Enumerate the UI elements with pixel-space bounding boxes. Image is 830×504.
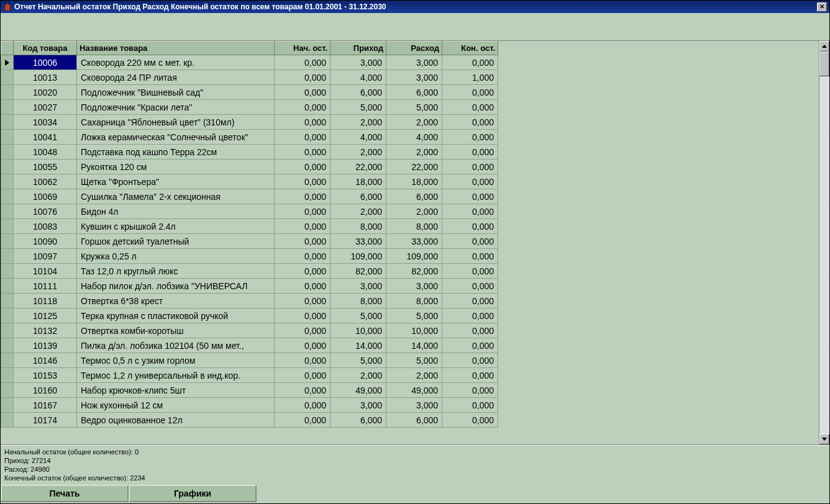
header-in[interactable]: Приход: [331, 42, 386, 55]
header-code[interactable]: Код товара: [14, 42, 77, 55]
cell-code[interactable]: 10062: [14, 174, 77, 189]
cell-end[interactable]: 0,000: [442, 398, 498, 413]
cell-end[interactable]: 0,000: [442, 85, 498, 100]
cell-code[interactable]: 10083: [14, 219, 77, 234]
cell-out[interactable]: 2,000: [386, 368, 442, 383]
cell-name[interactable]: Кружка 0,25 л: [77, 249, 275, 264]
cell-code[interactable]: 10139: [14, 338, 77, 353]
cell-out[interactable]: 18,000: [386, 174, 442, 189]
table-row[interactable]: 10034Сахарница "Яблоневый цвет" (310мл)0…: [1, 115, 498, 130]
cell-start[interactable]: 0,000: [275, 115, 331, 130]
cell-start[interactable]: 0,000: [275, 219, 331, 234]
cell-code[interactable]: 10111: [14, 279, 77, 294]
header-name[interactable]: Название товара: [77, 42, 275, 55]
cell-start[interactable]: 0,000: [275, 368, 331, 383]
close-button[interactable]: ✕: [817, 2, 827, 12]
cell-in[interactable]: 2,000: [331, 115, 386, 130]
cell-start[interactable]: 0,000: [275, 308, 331, 323]
cell-name[interactable]: Сушилка "Ламела" 2-х секционная: [77, 189, 275, 204]
cell-code[interactable]: 10146: [14, 353, 77, 368]
cell-start[interactable]: 0,000: [275, 294, 331, 308]
cell-end[interactable]: 0,000: [442, 55, 498, 70]
cell-code[interactable]: 10069: [14, 189, 77, 204]
table-row[interactable]: 10083Кувшин с крышкой 2.4л0,0008,0008,00…: [1, 219, 498, 234]
row-selector[interactable]: [1, 383, 14, 398]
table-row[interactable]: 10160Набор крючков-клипс 5шт0,00049,0004…: [1, 383, 498, 398]
row-selector[interactable]: [1, 55, 14, 70]
cell-start[interactable]: 0,000: [275, 174, 331, 189]
cell-out[interactable]: 49,000: [386, 383, 442, 398]
cell-code[interactable]: 10013: [14, 70, 77, 85]
cell-start[interactable]: 0,000: [275, 204, 331, 219]
cell-end[interactable]: 0,000: [442, 368, 498, 383]
row-selector[interactable]: [1, 368, 14, 383]
cell-name[interactable]: Подставка под кашпо Терра 22см: [77, 145, 275, 160]
table-row[interactable]: 10167Нож кухонный 12 см0,0003,0003,0000,…: [1, 398, 498, 413]
table-row[interactable]: 10097Кружка 0,25 л0,000109,000109,0000,0…: [1, 249, 498, 264]
cell-start[interactable]: 0,000: [275, 249, 331, 264]
cell-name[interactable]: Кувшин с крышкой 2.4л: [77, 219, 275, 234]
cell-code[interactable]: 10020: [14, 85, 77, 100]
cell-start[interactable]: 0,000: [275, 55, 331, 70]
cell-out[interactable]: 33,000: [386, 234, 442, 249]
cell-out[interactable]: 3,000: [386, 70, 442, 85]
cell-name[interactable]: Ложка керамическая "Солнечный цветок": [77, 130, 275, 145]
row-selector[interactable]: [1, 338, 14, 353]
cell-out[interactable]: 5,000: [386, 353, 442, 368]
cell-in[interactable]: 5,000: [331, 308, 386, 323]
table-row[interactable]: 10041Ложка керамическая "Солнечный цвето…: [1, 130, 498, 145]
cell-code[interactable]: 10104: [14, 264, 77, 279]
cell-name[interactable]: Отвертка 6*38 крест: [77, 294, 275, 308]
cell-start[interactable]: 0,000: [275, 130, 331, 145]
cell-end[interactable]: 0,000: [442, 249, 498, 264]
table-row[interactable]: 10104Таз 12,0 л круглый люкс0,00082,0008…: [1, 264, 498, 279]
cell-in[interactable]: 10,000: [331, 323, 386, 338]
cell-start[interactable]: 0,000: [275, 234, 331, 249]
cell-in[interactable]: 6,000: [331, 85, 386, 100]
cell-code[interactable]: 10090: [14, 234, 77, 249]
cell-code[interactable]: 10160: [14, 383, 77, 398]
cell-name[interactable]: Терка крупная с пластиковой ручкой: [77, 308, 275, 323]
row-selector[interactable]: [1, 204, 14, 219]
cell-in[interactable]: 49,000: [331, 383, 386, 398]
cell-start[interactable]: 0,000: [275, 70, 331, 85]
print-button[interactable]: Печать: [1, 485, 129, 502]
row-selector[interactable]: [1, 398, 14, 413]
cell-in[interactable]: 8,000: [331, 294, 386, 308]
cell-end[interactable]: 0,000: [442, 115, 498, 130]
cell-in[interactable]: 2,000: [331, 368, 386, 383]
cell-end[interactable]: 0,000: [442, 219, 498, 234]
header-start[interactable]: Нач. ост.: [275, 42, 331, 55]
cell-name[interactable]: Отвертка комби-коротыш: [77, 323, 275, 338]
cell-start[interactable]: 0,000: [275, 398, 331, 413]
cell-code[interactable]: 10048: [14, 145, 77, 160]
cell-name[interactable]: Сахарница "Яблоневый цвет" (310мл): [77, 115, 275, 130]
cell-start[interactable]: 0,000: [275, 279, 331, 294]
cell-name[interactable]: Сковорода 220 мм с мет. кр.: [77, 55, 275, 70]
cell-end[interactable]: 0,000: [442, 353, 498, 368]
table-row[interactable]: 10069Сушилка "Ламела" 2-х секционная0,00…: [1, 189, 498, 204]
table-row[interactable]: 10111Набор пилок д/эл. лобзика "УНИВЕРСА…: [1, 279, 498, 294]
scroll-track[interactable]: [819, 52, 829, 434]
row-selector[interactable]: [1, 85, 14, 100]
header-selector[interactable]: [1, 42, 14, 55]
cell-in[interactable]: 109,000: [331, 249, 386, 264]
table-row[interactable]: 10062Щетка "Фронтьера"0,00018,00018,0000…: [1, 174, 498, 189]
table-row[interactable]: 10020Подложечник "Вишневый сад"0,0006,00…: [1, 85, 498, 100]
cell-out[interactable]: 2,000: [386, 145, 442, 160]
cell-start[interactable]: 0,000: [275, 189, 331, 204]
cell-code[interactable]: 10076: [14, 204, 77, 219]
cell-in[interactable]: 3,000: [331, 398, 386, 413]
row-selector[interactable]: [1, 145, 14, 160]
row-selector[interactable]: [1, 189, 14, 204]
table-row[interactable]: 10055Рукоятка 120 см0,00022,00022,0000,0…: [1, 160, 498, 174]
table-row[interactable]: 10090Горшок детский туалетный0,00033,000…: [1, 234, 498, 249]
cell-end[interactable]: 0,000: [442, 323, 498, 338]
cell-code[interactable]: 10006: [14, 55, 77, 70]
cell-in[interactable]: 6,000: [331, 413, 386, 428]
cell-code[interactable]: 10167: [14, 398, 77, 413]
row-selector[interactable]: [1, 130, 14, 145]
cell-end[interactable]: 0,000: [442, 130, 498, 145]
row-selector[interactable]: [1, 115, 14, 130]
cell-start[interactable]: 0,000: [275, 145, 331, 160]
